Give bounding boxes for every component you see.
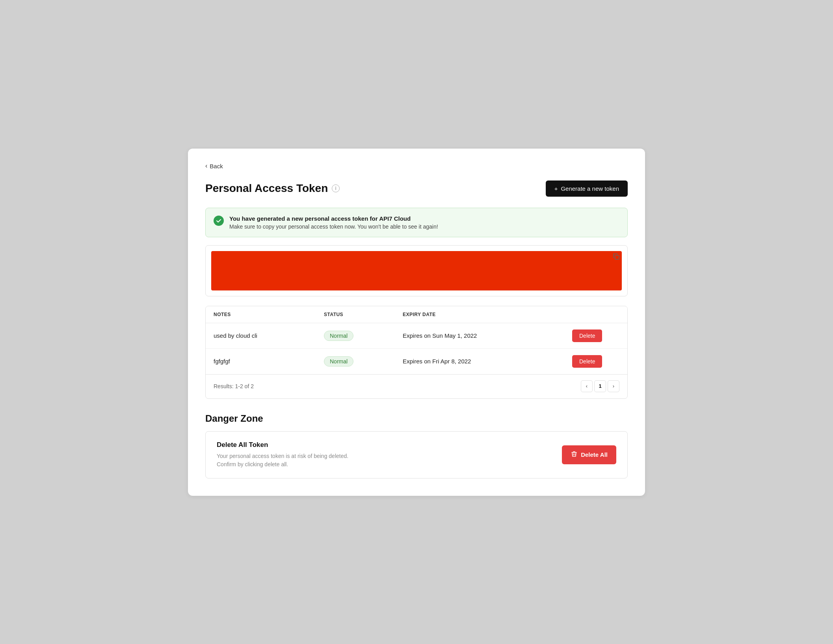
back-link[interactable]: ‹ Back <box>205 163 628 169</box>
col-header-expiry: EXPIRY DATE <box>403 312 572 317</box>
pagination-next-button[interactable]: › <box>608 380 619 392</box>
pagination-page-1-button[interactable]: 1 <box>594 380 606 392</box>
delete-token-button-1[interactable]: Delete <box>572 329 602 342</box>
col-header-action <box>572 312 619 317</box>
svg-rect-0 <box>615 255 619 259</box>
success-banner: You have generated a new personal access… <box>205 208 628 237</box>
generate-token-label: Generate a new token <box>561 185 619 192</box>
row1-expiry: Expires on Sun May 1, 2022 <box>403 332 572 339</box>
tokens-table: NOTES STATUS EXPIRY DATE used by cloud c… <box>205 306 628 399</box>
danger-zone-description: Your personal access token is at risk of… <box>217 452 348 469</box>
delete-token-button-2[interactable]: Delete <box>572 355 602 368</box>
pagination-row: Results: 1-2 of 2 ‹ 1 › <box>206 374 627 398</box>
status-badge: Normal <box>324 331 353 341</box>
table-row: fgfgfgf Normal Expires on Fri Apr 8, 202… <box>206 349 627 374</box>
generate-plus-icon: + <box>554 185 558 192</box>
token-value-display <box>211 251 622 290</box>
row1-status: Normal <box>324 331 403 341</box>
row2-expiry: Expires on Fri Apr 8, 2022 <box>403 358 572 365</box>
trash-icon <box>571 450 578 459</box>
danger-zone-box: Delete All Token Your personal access to… <box>205 431 628 478</box>
delete-all-label: Delete All <box>581 451 608 458</box>
status-badge: Normal <box>324 356 353 367</box>
back-label: Back <box>210 163 223 169</box>
row2-status: Normal <box>324 356 403 367</box>
main-card: ‹ Back Personal Access Token i + Generat… <box>188 149 645 496</box>
success-text: You have generated a new personal access… <box>229 215 438 230</box>
danger-zone-box-title: Delete All Token <box>217 441 348 449</box>
generate-token-button[interactable]: + Generate a new token <box>546 181 628 197</box>
table-header: NOTES STATUS EXPIRY DATE <box>206 306 627 323</box>
col-header-status: STATUS <box>324 312 403 317</box>
success-check-icon <box>214 216 224 226</box>
page-title: Personal Access Token i <box>205 182 340 195</box>
delete-all-button[interactable]: Delete All <box>562 445 616 464</box>
info-icon[interactable]: i <box>332 184 340 192</box>
back-arrow-icon: ‹ <box>205 163 207 169</box>
danger-zone-info: Delete All Token Your personal access to… <box>217 441 348 469</box>
row1-action: Delete <box>572 329 619 342</box>
success-title: You have generated a new personal access… <box>229 215 438 222</box>
page-title-text: Personal Access Token <box>205 182 328 195</box>
pagination-controls: ‹ 1 › <box>581 380 619 392</box>
results-range: 1-2 of 2 <box>235 383 253 389</box>
token-container <box>205 245 628 296</box>
results-info: Results: 1-2 of 2 <box>214 383 254 389</box>
danger-zone-section: Danger Zone Delete All Token Your person… <box>205 413 628 478</box>
success-subtitle: Make sure to copy your personal access t… <box>229 223 438 230</box>
results-label: Results: <box>214 383 234 389</box>
pagination-prev-button[interactable]: ‹ <box>581 380 593 392</box>
row2-notes: fgfgfgf <box>214 358 324 365</box>
table-row: used by cloud cli Normal Expires on Sun … <box>206 323 627 349</box>
row2-action: Delete <box>572 355 619 368</box>
col-header-notes: NOTES <box>214 312 324 317</box>
row1-notes: used by cloud cli <box>214 332 324 339</box>
danger-zone-title: Danger Zone <box>205 413 628 424</box>
header-row: Personal Access Token i + Generate a new… <box>205 181 628 197</box>
copy-token-button[interactable] <box>611 251 622 262</box>
